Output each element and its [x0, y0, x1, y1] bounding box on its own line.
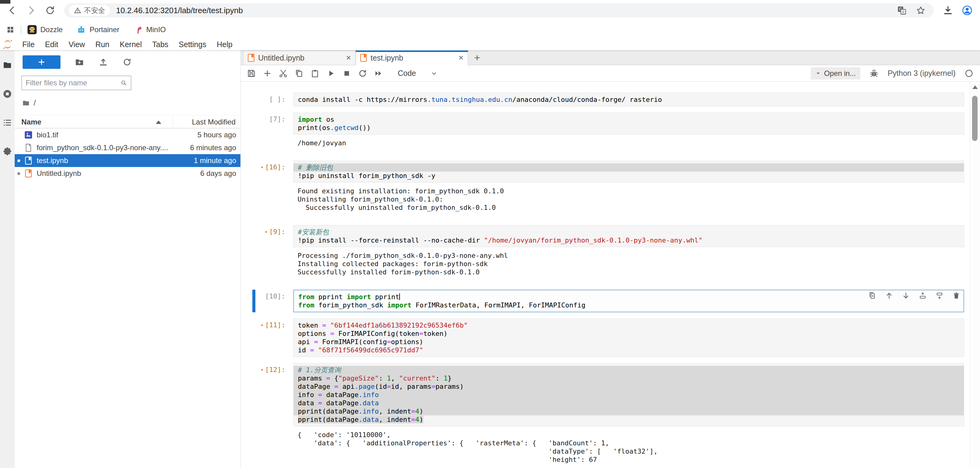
code-token: "pageSize"	[338, 374, 379, 382]
code-line: dataPage = api.page(id=id, params=params…	[294, 382, 964, 391]
code-token: "68f71f56499dc6965c971dd7"	[318, 346, 423, 354]
open-dot	[18, 172, 20, 175]
add-tab-icon[interactable]: +	[468, 52, 486, 64]
selected-text: pprint(dataPage.data, indent=4)	[298, 416, 423, 423]
scroll-up-icon[interactable]	[972, 85, 978, 89]
apps-grid-icon[interactable]	[6, 26, 15, 34]
kernel-name[interactable]: Python 3 (ipykernel)	[888, 69, 956, 78]
move-cell-down-icon[interactable]	[902, 292, 910, 300]
security-badge[interactable]: 不安全	[69, 5, 110, 16]
menu-run[interactable]: Run	[90, 38, 115, 51]
bookmark-portainer[interactable]: Portainer	[77, 25, 119, 34]
menu-file[interactable]: File	[17, 38, 40, 51]
code-editor[interactable]: #安装新包!pip install --force-reinstall --no…	[293, 225, 964, 247]
column-header-name[interactable]: Name	[21, 118, 41, 126]
code-token: )	[419, 407, 423, 415]
file-row[interactable]: test.ipynb1 minute ago	[15, 154, 240, 167]
breadcrumb-path[interactable]: /	[33, 98, 36, 108]
minio-favicon	[134, 25, 143, 34]
code-line: #安装新包	[294, 228, 964, 236]
code-token: =	[322, 321, 326, 329]
bookmark-star-icon[interactable]	[916, 5, 926, 15]
code-editor[interactable]: from pprint import pprintfrom forim_pyth…	[293, 290, 964, 312]
copy-cells-button[interactable]	[294, 69, 304, 78]
new-launcher-button[interactable]	[22, 55, 60, 69]
file-name: test.ipynb	[37, 156, 194, 165]
jupyter-logo	[2, 39, 13, 50]
bookmark-dozzle[interactable]: Dozzle	[27, 25, 63, 34]
reload-icon[interactable]	[43, 4, 57, 17]
kernel-status-icon[interactable]	[965, 69, 973, 78]
back-icon[interactable]	[5, 4, 19, 17]
code-editor[interactable]: conda install -c https://mirrors.tuna.ts…	[293, 93, 964, 107]
file-row[interactable]: Untitled.ipynb6 days ago	[15, 167, 240, 180]
extensions-icon[interactable]	[2, 147, 12, 156]
tab-Untitled.ipynb[interactable]: Untitled.ipynb×	[243, 51, 356, 65]
code-token: /anaconda/cloud/conda-forge/ rasterio	[512, 96, 662, 104]
menu-tabs[interactable]: Tabs	[147, 38, 173, 51]
insert-cell-below-icon[interactable]	[935, 292, 943, 300]
restart-kernel-button[interactable]	[358, 69, 367, 78]
file-filter-input[interactable]	[25, 78, 120, 87]
code-editor[interactable]: import osprint(os.getcwd())	[293, 113, 964, 134]
profile-avatar-icon[interactable]	[962, 5, 973, 16]
code-token: =	[330, 330, 334, 337]
scrollbar[interactable]	[970, 81, 980, 468]
notebook-cell: [7]:import osprint(os.getcwd())/home/jov…	[244, 113, 964, 155]
code-token: from	[298, 293, 314, 301]
menu-view[interactable]: View	[63, 38, 90, 51]
cell-type-select[interactable]: Code	[398, 69, 438, 78]
code-token: (id	[375, 383, 387, 390]
bookmark-minio[interactable]: MinIO	[134, 25, 166, 34]
close-icon[interactable]: ×	[346, 53, 351, 63]
open-in-button[interactable]: Open in...	[811, 67, 860, 80]
home-folder-icon[interactable]	[22, 99, 30, 107]
refresh-icon[interactable]	[122, 57, 132, 67]
file-filter-field[interactable]	[21, 75, 131, 90]
forward-icon[interactable]	[24, 4, 38, 17]
execution-prompt: [7]:	[244, 113, 290, 134]
file-modified: 6 days ago	[200, 169, 236, 178]
code-editor[interactable]: # 1.分页查询params = {"pageSize": 1, "curren…	[293, 363, 964, 426]
debugger-bug-icon[interactable]	[869, 69, 878, 78]
code-token: id, params	[391, 383, 431, 390]
menu-settings[interactable]: Settings	[173, 38, 212, 51]
column-header-modified[interactable]: Last Modified	[192, 118, 235, 126]
interrupt-kernel-button[interactable]	[342, 69, 351, 78]
paste-cells-button[interactable]	[310, 69, 320, 78]
upload-icon[interactable]	[99, 57, 108, 67]
code-editor[interactable]: # 删除旧包!pip uninstall forim_python_sdk -y	[293, 161, 964, 183]
scrollbar-thumb[interactable]	[972, 96, 978, 141]
run-cell-button[interactable]	[326, 69, 336, 78]
code-line: conda install -c https://mirrors.tuna.ts…	[294, 96, 964, 104]
code-token: options)	[391, 338, 423, 346]
code-token: , indent	[379, 416, 411, 423]
menu-kernel[interactable]: Kernel	[115, 38, 147, 51]
file-browser-icon[interactable]	[2, 60, 12, 70]
translate-icon[interactable]: G文	[897, 5, 907, 15]
address-bar[interactable]: 不安全 10.2.46.102:3201/lab/tree/test.ipynb…	[64, 3, 934, 18]
running-sessions-icon[interactable]	[2, 89, 12, 99]
tab-test.ipynb[interactable]: test.ipynb×	[356, 51, 468, 65]
save-button[interactable]	[247, 69, 256, 78]
restart-run-all-button[interactable]	[374, 69, 383, 78]
execution-prompt: •[11]:	[244, 318, 290, 357]
cut-cells-button[interactable]	[278, 69, 288, 78]
delete-cell-icon[interactable]	[952, 292, 961, 300]
code-token: ForIMAPIConfig(token	[334, 330, 419, 337]
file-row[interactable]: forim_python_sdk-0.1.0-py3-none-any....6…	[15, 141, 240, 154]
downloads-icon[interactable]	[943, 5, 953, 16]
new-folder-icon[interactable]	[75, 57, 84, 67]
file-row[interactable]: bio1.tif5 hours ago	[15, 128, 240, 141]
menu-edit[interactable]: Edit	[40, 38, 63, 51]
menu-help[interactable]: Help	[212, 38, 237, 51]
code-editor[interactable]: token = "6bf144edf1a6b613892192c96534ef6…	[293, 318, 964, 357]
table-of-contents-icon[interactable]	[2, 118, 12, 128]
move-cell-up-icon[interactable]	[885, 292, 893, 300]
insert-cell-above-icon[interactable]	[919, 292, 927, 300]
add-cell-button[interactable]	[263, 69, 272, 78]
url-text[interactable]: 10.2.46.102:3201/lab/tree/test.ipynb	[116, 6, 897, 15]
duplicate-cell-icon[interactable]	[868, 292, 877, 300]
close-icon[interactable]: ×	[458, 53, 463, 63]
code-token: import	[347, 293, 371, 301]
